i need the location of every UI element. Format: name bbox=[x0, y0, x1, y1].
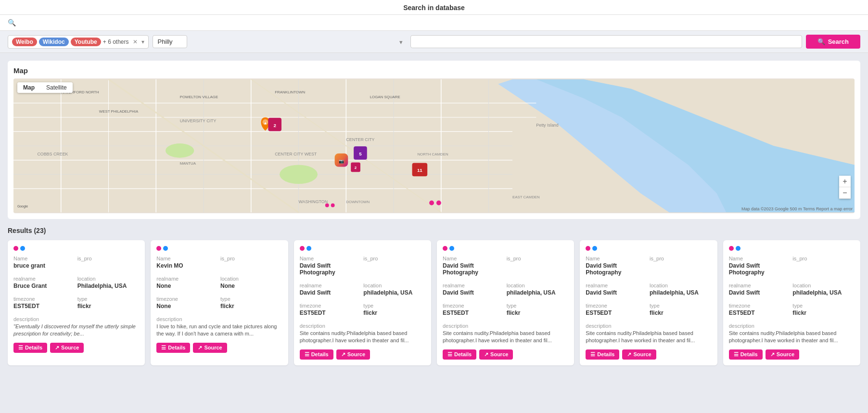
map-tab-satellite[interactable]: Satellite bbox=[40, 82, 73, 93]
name-value: Kevin MO bbox=[156, 262, 218, 269]
ispro-label: is_pro bbox=[77, 256, 140, 261]
card-location-field: location philadelphia, USA bbox=[363, 283, 425, 300]
tags-container: Weibo Wikidoc Youtube + 6 others ✕ ▾ bbox=[8, 35, 149, 49]
source-button[interactable]: ↗ Source bbox=[50, 343, 84, 353]
search-icon-main: 🔍 bbox=[8, 19, 16, 26]
type-value: flickr bbox=[507, 310, 569, 316]
realname-label: realname bbox=[13, 276, 76, 282]
card-timezone-row: timezone EST5EDT type flickr bbox=[729, 303, 855, 320]
card-ispro-field: is_pro bbox=[792, 256, 855, 280]
search-bar-row: 🔍 wil bbox=[0, 15, 868, 31]
svg-text:NORTH CAMDEN: NORTH CAMDEN bbox=[417, 152, 448, 156]
details-button[interactable]: ☰ Details bbox=[729, 349, 763, 360]
result-card: Name David Swift Photography is_pro real… bbox=[580, 240, 717, 365]
card-timezone-field: timezone EST5EDT bbox=[443, 303, 505, 320]
timezone-value: EST5EDT bbox=[729, 310, 791, 316]
result-card: Name David Swift Photography is_pro real… bbox=[294, 240, 431, 365]
map-container: COBBS CREEK WEST PHILADELPHIA UNIVERSITY… bbox=[13, 78, 855, 213]
svg-text:EAST CAMDEN: EAST CAMDEN bbox=[512, 195, 540, 199]
source-button[interactable]: ↗ Source bbox=[766, 349, 799, 360]
details-button[interactable]: ☰ Details bbox=[586, 349, 619, 360]
dot-pink bbox=[300, 246, 305, 251]
zoom-out-button[interactable]: − bbox=[839, 187, 851, 199]
source-icon: ↗ bbox=[55, 345, 59, 351]
details-button[interactable]: ☰ Details bbox=[156, 343, 190, 353]
card-location-field: location philadelphia, USA bbox=[650, 283, 712, 300]
type-label: type bbox=[220, 296, 282, 302]
svg-text:DOWNTOWN: DOWNTOWN bbox=[346, 200, 370, 204]
card-header-row: Name David Swift Photography is_pro bbox=[443, 256, 568, 280]
tag-wikidoc[interactable]: Wikidoc bbox=[39, 38, 69, 46]
card-timezone-row: timezone None type flickr bbox=[156, 296, 282, 313]
svg-text:COBBS CREEK: COBBS CREEK bbox=[37, 152, 68, 156]
main-search-input[interactable]: wil bbox=[20, 19, 860, 26]
card-realname-row: realname None location None bbox=[156, 276, 282, 293]
map-tab-map[interactable]: Map bbox=[17, 82, 40, 93]
card-location-field: location Philadelphia, USA bbox=[77, 276, 140, 293]
card-name-field: Name David Swift Photography bbox=[586, 256, 648, 280]
type-label: type bbox=[363, 303, 425, 309]
location-select[interactable]: Philly bbox=[153, 35, 187, 48]
timezone-value: EST5EDT bbox=[300, 310, 362, 316]
source-icon: ↗ bbox=[341, 351, 345, 358]
map-toggle: Map Satellite bbox=[17, 82, 73, 93]
type-input[interactable]: Person bbox=[410, 35, 802, 48]
card-type-field: type flickr bbox=[650, 303, 712, 320]
ispro-label: is_pro bbox=[363, 256, 425, 261]
card-realname-field: realname David Swift bbox=[300, 283, 362, 300]
tags-dropdown-icon[interactable]: ▾ bbox=[141, 39, 144, 45]
zoom-in-button[interactable]: + bbox=[839, 176, 851, 187]
map-title: Map bbox=[13, 66, 855, 75]
tags-others[interactable]: + 6 others bbox=[103, 39, 129, 45]
results-grid: Name bruce grant is_pro realname Bruce G… bbox=[8, 240, 860, 365]
type-value: flickr bbox=[363, 310, 425, 316]
card-realname-field: realname David Swift bbox=[729, 283, 791, 300]
card-actions: ☰ Details ↗ Source bbox=[300, 349, 425, 360]
location-label: location bbox=[792, 283, 855, 288]
timezone-label: timezone bbox=[156, 296, 218, 302]
result-card: Name David Swift Photography is_pro real… bbox=[437, 240, 574, 365]
page-header: Search in database bbox=[0, 0, 868, 15]
svg-text:FRANKLINTOWN: FRANKLINTOWN bbox=[275, 90, 305, 94]
card-timezone-row: timezone EST5EDT type flickr bbox=[300, 303, 425, 320]
dot-blue bbox=[592, 246, 597, 251]
card-name-field: Name David Swift Photography bbox=[300, 256, 362, 280]
details-button[interactable]: ☰ Details bbox=[443, 349, 476, 360]
svg-text:WASHINGTON: WASHINGTON bbox=[299, 199, 328, 204]
description-text: "Eventually I discovered for myself the … bbox=[13, 323, 139, 338]
tag-youtube[interactable]: Youtube bbox=[71, 38, 101, 46]
svg-text:POWELTON VILLAGE: POWELTON VILLAGE bbox=[180, 95, 218, 99]
realname-value: David Swift bbox=[729, 289, 791, 296]
description-text: I love to hike, run and cycle and take p… bbox=[156, 323, 282, 338]
description-text: Site contains nudity.Philadelphia based … bbox=[586, 330, 711, 345]
source-button[interactable]: ↗ Source bbox=[479, 349, 513, 360]
details-button[interactable]: ☰ Details bbox=[13, 343, 47, 353]
card-realname-row: realname Bruce Grant location Philadelph… bbox=[13, 276, 139, 293]
name-label: Name bbox=[729, 256, 791, 261]
details-button[interactable]: ☰ Details bbox=[300, 349, 333, 360]
search-button[interactable]: 🔍 Search bbox=[806, 35, 860, 49]
clear-tags-icon[interactable]: ✕ bbox=[131, 39, 140, 45]
card-location-field: location philadelphia, USA bbox=[507, 283, 569, 300]
card-timezone-row: timezone EST5EDT type flickr bbox=[586, 303, 711, 320]
realname-value: David Swift bbox=[300, 289, 362, 296]
type-value: flickr bbox=[220, 303, 282, 310]
tag-weibo[interactable]: Weibo bbox=[12, 38, 37, 46]
results-header: Results (23) bbox=[8, 227, 860, 234]
main-content: Map bbox=[0, 53, 868, 373]
source-button[interactable]: ↗ Source bbox=[336, 349, 370, 360]
result-card: Name David Swift Photography is_pro real… bbox=[723, 240, 860, 365]
svg-text:5: 5 bbox=[359, 151, 362, 156]
map-zoom-controls: + − bbox=[839, 176, 851, 199]
name-label: Name bbox=[300, 256, 362, 261]
card-realname-field: realname David Swift bbox=[443, 283, 505, 300]
svg-point-47 bbox=[429, 201, 434, 206]
card-location-field: location philadelphia, USA bbox=[792, 283, 855, 300]
source-button[interactable]: ↗ Source bbox=[193, 343, 227, 353]
source-button[interactable]: ↗ Source bbox=[622, 349, 656, 360]
card-dots bbox=[156, 246, 282, 251]
realname-value: David Swift bbox=[443, 289, 505, 296]
card-type-field: type flickr bbox=[363, 303, 425, 320]
card-realname-field: realname David Swift bbox=[586, 283, 648, 300]
svg-point-50 bbox=[331, 203, 335, 207]
